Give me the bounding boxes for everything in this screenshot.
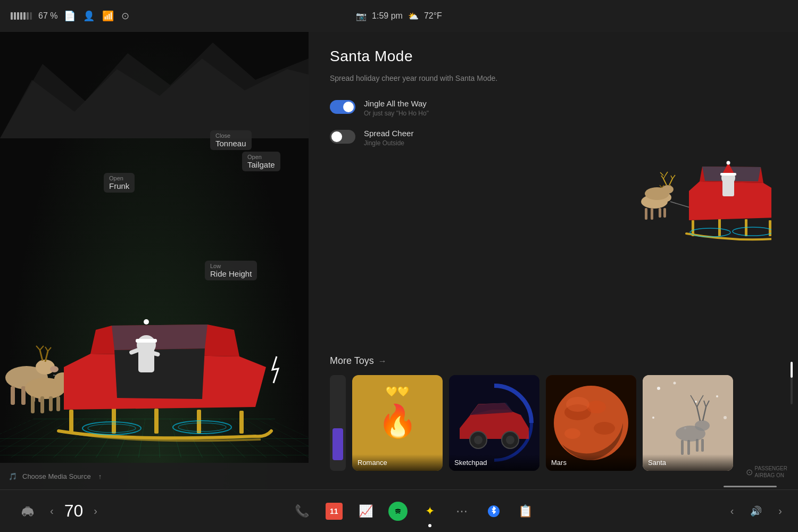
svg-point-84 xyxy=(657,387,660,390)
svg-rect-24 xyxy=(112,407,116,434)
cheer-toggle[interactable] xyxy=(330,130,355,144)
nav-center: 📞 11 📈 ✦ ⋯ 📋 xyxy=(290,500,537,523)
svg-rect-47 xyxy=(651,208,653,220)
santa-label: Santa xyxy=(643,454,733,471)
svg-point-52 xyxy=(662,185,674,194)
battery-percent: 67 % xyxy=(38,11,57,21)
svg-line-55 xyxy=(663,175,666,179)
volume-icon[interactable]: 🔊 xyxy=(744,500,768,523)
svg-point-88 xyxy=(724,416,727,419)
svg-line-13 xyxy=(45,347,48,351)
svg-line-11 xyxy=(40,346,44,350)
svg-point-86 xyxy=(674,382,676,385)
toy-card-sketchpad[interactable]: Sketchpad xyxy=(449,375,539,471)
svg-point-69 xyxy=(690,228,730,237)
svg-rect-102 xyxy=(687,440,690,455)
toy-card-partial-bar xyxy=(332,428,343,460)
santa-3d-preview xyxy=(628,48,777,345)
svg-rect-5 xyxy=(11,386,15,405)
more-toys-header[interactable]: More Toys → xyxy=(330,355,777,367)
sleigh-body xyxy=(59,319,278,440)
media-next-arrow[interactable]: › xyxy=(778,505,782,517)
calendar-nav-icon[interactable]: 11 xyxy=(322,500,346,523)
notes-nav-icon[interactable]: 📋 xyxy=(514,500,537,523)
santa-content: Santa Mode Spread holiday cheer year rou… xyxy=(309,32,798,355)
frunk-action: Open xyxy=(109,175,129,181)
frunk-label[interactable]: Open Frunk xyxy=(104,173,135,193)
spotify-nav-icon[interactable] xyxy=(386,500,410,523)
media-bar[interactable]: 🎵 Choose Media Source ↑ xyxy=(0,463,309,489)
cheer-title: Spread Cheer xyxy=(364,129,413,138)
svg-point-81 xyxy=(587,401,606,413)
more-toys-section: More Toys → 💛💛 🔥 Romance xyxy=(309,355,798,481)
sleigh-svg xyxy=(0,261,309,463)
toy-card-mars[interactable]: Mars xyxy=(546,375,636,471)
passenger-airbag-notice: ⊙ PASSENGERAIRBAG ON xyxy=(746,465,788,479)
battery-indicator xyxy=(11,12,32,20)
svg-point-92 xyxy=(695,420,710,431)
toys-grid: 💛💛 🔥 Romance xyxy=(330,375,777,471)
svg-rect-19 xyxy=(31,396,35,413)
svg-point-80 xyxy=(564,428,580,439)
toy-card-romance[interactable]: 💛💛 🔥 Romance xyxy=(352,375,443,471)
car-icon[interactable] xyxy=(16,500,39,523)
toy-card-partial[interactable] xyxy=(330,375,346,471)
jingle-toggle-knob xyxy=(343,102,354,112)
jingle-toggle[interactable] xyxy=(330,100,355,114)
phone-nav-icon[interactable]: 📞 xyxy=(290,500,314,523)
rideheight-label[interactable]: Low Ride Height xyxy=(205,261,257,280)
tonneau-label[interactable]: Close Tonneau xyxy=(210,130,252,150)
chart-nav-icon[interactable]: 📈 xyxy=(354,500,378,523)
menu-nav-icon[interactable]: ⋯ xyxy=(450,500,473,523)
svg-point-4 xyxy=(50,366,59,372)
car-svg-icon xyxy=(20,506,35,517)
svg-rect-23 xyxy=(69,410,73,434)
santa-mode-title: Santa Mode xyxy=(330,48,606,65)
star-nav-icon[interactable]: ✦ xyxy=(418,500,442,523)
svg-rect-48 xyxy=(659,208,661,218)
music-icon: 🎵 xyxy=(9,472,17,480)
rideheight-action: Low xyxy=(210,263,252,269)
camera-icon: 📷 xyxy=(356,11,367,21)
jingle-toggle-row: Jingle All the Way Or just say "Ho Ho Ho… xyxy=(330,99,606,117)
tonneau-name: Tonneau xyxy=(215,139,246,148)
svg-rect-61 xyxy=(692,220,694,236)
cheer-subtitle: Jingle Outside xyxy=(364,139,413,147)
tailgate-label[interactable]: Open Tailgate xyxy=(242,152,280,171)
scroll-thumb xyxy=(791,362,793,378)
svg-point-106 xyxy=(29,513,32,516)
santa-mode-description: Spread holiday cheer year round with San… xyxy=(330,72,606,84)
media-arrow: ↑ xyxy=(98,472,102,480)
svg-point-74 xyxy=(474,436,483,444)
svg-line-60 xyxy=(672,175,675,179)
svg-rect-27 xyxy=(239,411,244,434)
svg-point-31 xyxy=(144,319,149,325)
svg-point-77 xyxy=(554,386,628,460)
jingle-title: Jingle All the Way xyxy=(364,99,429,108)
media-prev-arrow[interactable]: ‹ xyxy=(730,505,734,517)
mini-reindeer xyxy=(641,172,697,220)
nav-next-arrow[interactable]: › xyxy=(94,505,97,517)
airbag-icon: ⊙ xyxy=(746,467,753,477)
toy-card-santa[interactable]: Santa xyxy=(643,375,733,471)
romance-label: Romance xyxy=(352,454,443,471)
jingle-toggle-text: Jingle All the Way Or just say "Ho Ho Ho… xyxy=(364,99,429,117)
nav-prev-arrow[interactable]: ‹ xyxy=(50,505,54,517)
scroll-indicator[interactable] xyxy=(791,362,793,404)
svg-point-68 xyxy=(727,161,730,165)
airbag-label: PASSENGERAIRBAG ON xyxy=(755,465,788,479)
svg-rect-62 xyxy=(718,219,721,236)
document-icon: 📄 xyxy=(64,10,76,22)
bottom-nav: ‹ 70 › 📞 11 📈 ✦ ⋯ � xyxy=(0,489,798,532)
romance-hearts: 💛💛 xyxy=(386,386,409,397)
svg-point-75 xyxy=(506,436,514,444)
bluetooth-nav-icon[interactable] xyxy=(482,500,505,523)
svg-line-58 xyxy=(669,179,672,185)
bluetooth-svg xyxy=(487,505,500,518)
svg-line-53 xyxy=(663,179,667,185)
tailgate-name: Tailgate xyxy=(247,160,275,169)
status-weather: 72°F xyxy=(424,11,442,21)
svg-rect-20 xyxy=(40,396,44,413)
cheer-toggle-text: Spread Cheer Jingle Outside xyxy=(364,129,413,147)
svg-rect-30 xyxy=(136,339,157,343)
